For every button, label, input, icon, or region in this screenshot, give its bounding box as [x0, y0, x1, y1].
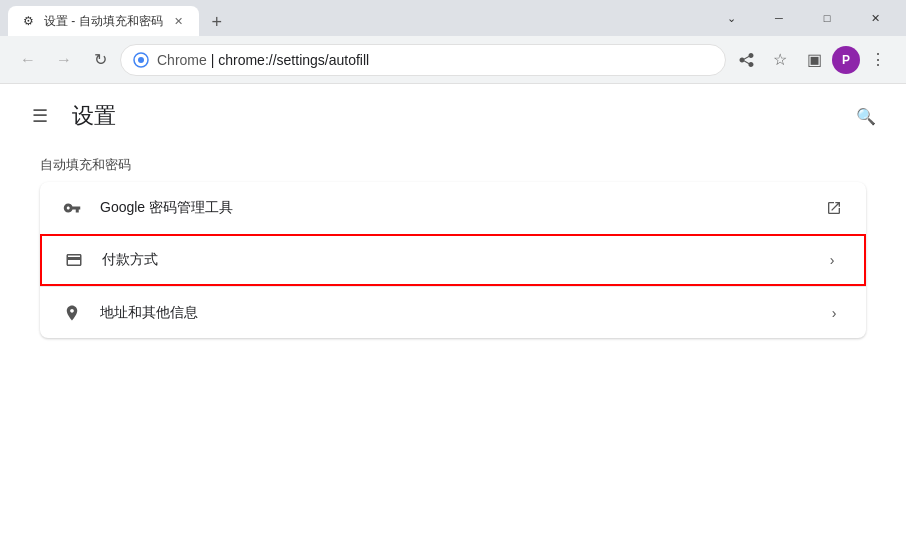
passwords-action-icon: [822, 200, 846, 216]
addresses-chevron-icon: ›: [822, 305, 846, 321]
payment-item[interactable]: 付款方式 ›: [40, 234, 866, 286]
password-icon: [60, 199, 84, 217]
site-favicon: [133, 52, 149, 68]
address-text: Chrome | chrome://settings/autofill: [157, 52, 713, 68]
page-title: 设置: [72, 101, 116, 131]
reload-button[interactable]: ↻: [84, 44, 116, 76]
share-button[interactable]: [730, 44, 762, 76]
payment-label: 付款方式: [102, 251, 820, 269]
window-minimize-button[interactable]: ─: [756, 4, 802, 32]
nav-bar: ← → ↻ Chrome | chrome://settings/autofil…: [0, 36, 906, 84]
menu-button[interactable]: ⋮: [862, 44, 894, 76]
tab-bar: ⚙ 设置 - 自动填充和密码 ✕ +: [8, 0, 708, 36]
profile-button[interactable]: P: [832, 46, 860, 74]
window-maximize-button[interactable]: □: [804, 4, 850, 32]
address-icon: [60, 304, 84, 322]
bookmark-button[interactable]: ☆: [764, 44, 796, 76]
address-url-part: chrome://settings/autofill: [218, 52, 369, 68]
svg-point-1: [138, 57, 144, 63]
passwords-label: Google 密码管理工具: [100, 199, 822, 217]
window-controls: ⌄ ─ □ ✕: [708, 4, 898, 32]
nav-right-buttons: ☆ ▣ P ⋮: [730, 44, 894, 76]
page-content: ☰ 设置 🔍 自动填充和密码 Google 密码管理工具: [0, 84, 906, 534]
tab-title: 设置 - 自动填充和密码: [44, 13, 163, 30]
tabs-button[interactable]: ▣: [798, 44, 830, 76]
forward-button[interactable]: →: [48, 44, 80, 76]
payment-icon: [62, 251, 86, 269]
browser-window: ⚙ 设置 - 自动填充和密码 ✕ + ⌄ ─ □ ✕ ← → ↻ Chr: [0, 0, 906, 534]
settings-search-button[interactable]: 🔍: [850, 100, 882, 132]
autofill-card: Google 密码管理工具 付款方式 ›: [40, 182, 866, 338]
settings-main: 自动填充和密码 Google 密码管理工具: [0, 148, 906, 534]
active-tab[interactable]: ⚙ 设置 - 自动填充和密码 ✕: [8, 6, 199, 36]
tab-close-button[interactable]: ✕: [171, 13, 187, 29]
addresses-item[interactable]: 地址和其他信息 ›: [40, 286, 866, 338]
back-button[interactable]: ←: [12, 44, 44, 76]
addresses-label: 地址和其他信息: [100, 304, 822, 322]
window-close-button[interactable]: ✕: [852, 4, 898, 32]
section-label: 自动填充和密码: [40, 156, 866, 174]
address-chrome-part: Chrome: [157, 52, 207, 68]
passwords-item[interactable]: Google 密码管理工具: [40, 182, 866, 234]
payment-chevron-icon: ›: [820, 252, 844, 268]
address-bar[interactable]: Chrome | chrome://settings/autofill: [120, 44, 726, 76]
settings-header: ☰ 设置 🔍: [0, 84, 906, 148]
title-bar: ⚙ 设置 - 自动填充和密码 ✕ + ⌄ ─ □ ✕: [0, 0, 906, 36]
window-chevron-button[interactable]: ⌄: [708, 4, 754, 32]
tab-favicon: ⚙: [20, 13, 36, 29]
new-tab-button[interactable]: +: [203, 8, 231, 36]
sidebar-toggle-button[interactable]: ☰: [24, 100, 56, 132]
